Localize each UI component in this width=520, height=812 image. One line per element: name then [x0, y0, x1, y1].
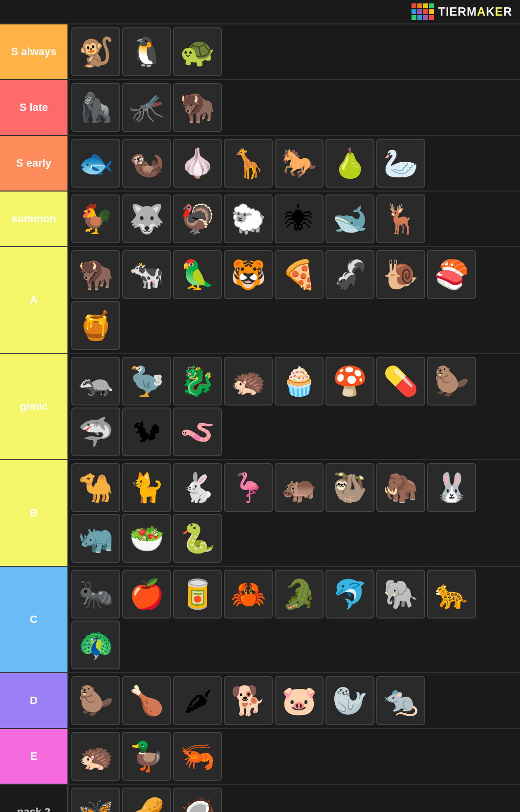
tier-item-summon-5[interactable]: 🐋 — [325, 194, 374, 243]
tier-item-e-2[interactable]: 🦐 — [173, 732, 222, 781]
tier-item-summon-3[interactable]: 🐑 — [224, 194, 273, 243]
tier-label-a: A — [0, 247, 68, 353]
tier-item-gimic-6[interactable]: 💊 — [376, 357, 425, 406]
tier-item-d-0[interactable]: 🦫 — [71, 676, 120, 725]
tier-item-s-always-1[interactable]: 🐧 — [122, 27, 171, 76]
tier-item-a-3[interactable]: 🐯 — [224, 250, 273, 299]
tier-item-b-2[interactable]: 🐇 — [173, 463, 222, 512]
tier-item-b-7[interactable]: 🐰 — [427, 463, 476, 512]
tier-items-s-early: 🐟🦦🧄🦒🐎🍐🦢 — [68, 136, 520, 191]
tier-item-s-early-0[interactable]: 🐟 — [71, 139, 120, 188]
tier-item-d-1[interactable]: 🍗 — [122, 676, 171, 725]
tier-item-summon-0[interactable]: 🐓 — [71, 194, 120, 243]
tier-item-s-early-5[interactable]: 🍐 — [325, 139, 374, 188]
tier-item-pack2-2[interactable]: 🥥 — [173, 788, 222, 812]
tier-item-b-8[interactable]: 🦏 — [71, 514, 120, 563]
tier-item-a-7[interactable]: 🍣 — [427, 250, 476, 299]
tier-item-b-5[interactable]: 🦥 — [325, 463, 374, 512]
tier-label-pack2: pack 2 — [0, 785, 68, 812]
tier-item-a-2[interactable]: 🦜 — [173, 250, 222, 299]
tier-item-c-6[interactable]: 🐘 — [376, 570, 425, 619]
tier-items-summon: 🐓🐺🦃🐑🕷🐋🦌 — [68, 192, 520, 246]
tier-item-pack2-1[interactable]: 🥜 — [122, 788, 171, 812]
tier-item-gimic-10[interactable]: 🪱 — [173, 407, 222, 456]
tier-item-s-late-1[interactable]: 🦟 — [122, 83, 171, 132]
tier-table: S always🐒🐧🐢S late🦍🦟🦬S early🐟🦦🧄🦒🐎🍐🦢summon… — [0, 24, 520, 812]
tier-item-gimic-8[interactable]: 🦈 — [71, 407, 120, 456]
logo-text: TiERMAKeR — [438, 5, 512, 19]
tier-items-gimic: 🦡🦤🐉🦔🧁🍄💊🦫🦈🐿🪱 — [68, 354, 520, 459]
tier-item-c-3[interactable]: 🦀 — [224, 570, 273, 619]
tier-item-s-early-2[interactable]: 🧄 — [173, 139, 222, 188]
tier-row-d: D🦫🍗🌶🐕🐷🦭🐀 — [0, 673, 520, 729]
tier-item-a-5[interactable]: 🦨 — [325, 250, 374, 299]
tier-item-c-0[interactable]: 🐜 — [71, 570, 120, 619]
tier-item-b-1[interactable]: 🐈 — [122, 463, 171, 512]
tier-item-s-early-1[interactable]: 🦦 — [122, 139, 171, 188]
tier-item-a-1[interactable]: 🐄 — [122, 250, 171, 299]
tier-item-d-3[interactable]: 🐕 — [224, 676, 273, 725]
tier-row-pack2: pack 2🦋🥜🥥 — [0, 785, 520, 812]
tier-item-s-early-4[interactable]: 🐎 — [275, 139, 324, 188]
tier-label-c: C — [0, 567, 68, 672]
tier-item-s-always-2[interactable]: 🐢 — [173, 27, 222, 76]
tier-item-pack2-0[interactable]: 🦋 — [71, 788, 120, 812]
tier-label-b: B — [0, 460, 68, 566]
tier-item-b-6[interactable]: 🦣 — [376, 463, 425, 512]
tier-row-s-always: S always🐒🐧🐢 — [0, 24, 520, 80]
header: TiERMAKeR — [0, 0, 520, 24]
tier-label-s-late: S late — [0, 80, 68, 135]
tier-item-s-early-6[interactable]: 🦢 — [376, 139, 425, 188]
tier-item-summon-4[interactable]: 🕷 — [275, 194, 324, 243]
tier-items-s-late: 🦍🦟🦬 — [68, 80, 520, 135]
tier-item-s-early-3[interactable]: 🦒 — [224, 139, 273, 188]
tier-item-gimic-0[interactable]: 🦡 — [71, 357, 120, 406]
tier-item-s-always-0[interactable]: 🐒 — [71, 27, 120, 76]
tier-item-gimic-2[interactable]: 🐉 — [173, 357, 222, 406]
tier-item-a-8[interactable]: 🍯 — [71, 301, 120, 350]
tier-item-summon-6[interactable]: 🦌 — [376, 194, 425, 243]
tier-item-a-6[interactable]: 🐌 — [376, 250, 425, 299]
tiermaker-logo: TiERMAKeR — [412, 3, 512, 20]
tier-label-gimic: gimic — [0, 354, 68, 459]
tier-item-e-1[interactable]: 🦆 — [122, 732, 171, 781]
tier-item-c-5[interactable]: 🐬 — [325, 570, 374, 619]
tier-item-d-2[interactable]: 🌶 — [173, 676, 222, 725]
tier-row-s-early: S early🐟🦦🧄🦒🐎🍐🦢 — [0, 136, 520, 192]
tier-row-summon: summon🐓🐺🦃🐑🕷🐋🦌 — [0, 192, 520, 247]
tier-item-summon-2[interactable]: 🦃 — [173, 194, 222, 243]
tier-item-a-0[interactable]: 🦬 — [71, 250, 120, 299]
tier-item-a-4[interactable]: 🍕 — [275, 250, 324, 299]
tier-item-d-5[interactable]: 🦭 — [325, 676, 374, 725]
tier-row-s-late: S late🦍🦟🦬 — [0, 80, 520, 136]
tier-item-gimic-7[interactable]: 🦫 — [427, 357, 476, 406]
tier-label-d: D — [0, 673, 68, 728]
tier-items-b: 🐪🐈🐇🦩🦛🦥🦣🐰🦏🥗🐍 — [68, 460, 520, 566]
tier-item-gimic-4[interactable]: 🧁 — [275, 357, 324, 406]
tier-item-c-4[interactable]: 🐊 — [275, 570, 324, 619]
tier-row-gimic: gimic🦡🦤🐉🦔🧁🍄💊🦫🦈🐿🪱 — [0, 354, 520, 460]
tier-item-b-9[interactable]: 🥗 — [122, 514, 171, 563]
logo-grid-icon — [412, 3, 434, 20]
tier-item-gimic-1[interactable]: 🦤 — [122, 357, 171, 406]
tier-item-c-7[interactable]: 🐆 — [427, 570, 476, 619]
tier-item-d-6[interactable]: 🐀 — [376, 676, 425, 725]
tier-item-b-3[interactable]: 🦩 — [224, 463, 273, 512]
tier-item-s-late-2[interactable]: 🦬 — [173, 83, 222, 132]
tier-item-b-0[interactable]: 🐪 — [71, 463, 120, 512]
tier-item-c-8[interactable]: 🦚 — [71, 620, 120, 669]
tier-item-summon-1[interactable]: 🐺 — [122, 194, 171, 243]
tier-item-b-4[interactable]: 🦛 — [275, 463, 324, 512]
tier-label-s-always: S always — [0, 24, 68, 79]
tier-item-c-1[interactable]: 🍎 — [122, 570, 171, 619]
tier-item-s-late-0[interactable]: 🦍 — [71, 83, 120, 132]
tier-item-gimic-3[interactable]: 🦔 — [224, 357, 273, 406]
tier-item-b-10[interactable]: 🐍 — [173, 514, 222, 563]
tier-item-c-2[interactable]: 🥫 — [173, 570, 222, 619]
tier-item-e-0[interactable]: 🦔 — [71, 732, 120, 781]
tier-item-gimic-9[interactable]: 🐿 — [122, 407, 171, 456]
tier-item-gimic-5[interactable]: 🍄 — [325, 357, 374, 406]
tier-item-d-4[interactable]: 🐷 — [275, 676, 324, 725]
tier-items-a: 🦬🐄🦜🐯🍕🦨🐌🍣🍯 — [68, 247, 520, 353]
tier-row-b: B🐪🐈🐇🦩🦛🦥🦣🐰🦏🥗🐍 — [0, 460, 520, 567]
